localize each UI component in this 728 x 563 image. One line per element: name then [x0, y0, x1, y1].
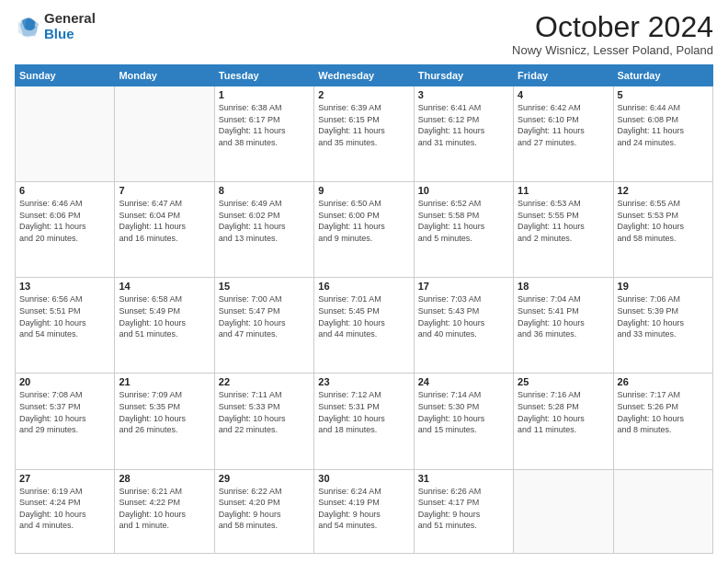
calendar-day-cell: 29Sunrise: 6:22 AM Sunset: 4:20 PM Dayli…	[214, 469, 313, 553]
calendar-week-row: 27Sunrise: 6:19 AM Sunset: 4:24 PM Dayli…	[16, 469, 713, 553]
calendar-day-cell: 12Sunrise: 6:55 AM Sunset: 5:53 PM Dayli…	[613, 182, 712, 278]
calendar-day-cell: 9Sunrise: 6:50 AM Sunset: 6:00 PM Daylig…	[314, 182, 414, 278]
day-number: 25	[518, 376, 609, 387]
day-info: Sunrise: 7:01 AM Sunset: 5:45 PM Dayligh…	[318, 293, 409, 339]
day-info: Sunrise: 6:26 AM Sunset: 4:17 PM Dayligh…	[418, 486, 509, 532]
month-title: October 2024	[512, 11, 713, 43]
logo-icon	[15, 14, 40, 40]
calendar-day-cell: 23Sunrise: 7:12 AM Sunset: 5:31 PM Dayli…	[314, 373, 414, 469]
day-info: Sunrise: 7:09 AM Sunset: 5:35 PM Dayligh…	[119, 389, 210, 435]
day-number: 28	[119, 473, 210, 484]
calendar-day-cell: 4Sunrise: 6:42 AM Sunset: 6:10 PM Daylig…	[514, 86, 613, 182]
calendar-day-cell: 2Sunrise: 6:39 AM Sunset: 6:15 PM Daylig…	[314, 86, 414, 182]
day-info: Sunrise: 7:14 AM Sunset: 5:30 PM Dayligh…	[418, 389, 509, 435]
day-info: Sunrise: 6:42 AM Sunset: 6:10 PM Dayligh…	[518, 102, 609, 148]
calendar-day-cell: 11Sunrise: 6:53 AM Sunset: 5:55 PM Dayli…	[514, 182, 613, 278]
calendar-header-row: SundayMondayTuesdayWednesdayThursdayFrid…	[16, 65, 713, 86]
day-number: 30	[318, 473, 409, 484]
day-number: 4	[518, 89, 609, 100]
calendar-day-cell: 18Sunrise: 7:04 AM Sunset: 5:41 PM Dayli…	[514, 278, 613, 373]
day-number: 20	[19, 376, 110, 387]
calendar-day-cell: 13Sunrise: 6:56 AM Sunset: 5:51 PM Dayli…	[16, 278, 115, 373]
calendar-day-cell	[613, 469, 712, 553]
logo-text: General Blue	[44, 11, 96, 41]
day-info: Sunrise: 6:56 AM Sunset: 5:51 PM Dayligh…	[19, 293, 110, 339]
calendar-day-cell: 5Sunrise: 6:44 AM Sunset: 6:08 PM Daylig…	[613, 86, 712, 182]
day-number: 22	[219, 376, 310, 387]
day-number: 5	[618, 89, 709, 100]
day-of-week-header: Thursday	[414, 65, 513, 86]
calendar-day-cell: 10Sunrise: 6:52 AM Sunset: 5:58 PM Dayli…	[414, 182, 513, 278]
day-info: Sunrise: 6:38 AM Sunset: 6:17 PM Dayligh…	[219, 102, 310, 148]
day-of-week-header: Saturday	[613, 65, 712, 86]
day-number: 11	[518, 185, 609, 196]
day-number: 12	[618, 185, 709, 196]
day-info: Sunrise: 7:16 AM Sunset: 5:28 PM Dayligh…	[518, 389, 609, 435]
calendar-day-cell: 7Sunrise: 6:47 AM Sunset: 6:04 PM Daylig…	[115, 182, 214, 278]
calendar-day-cell: 3Sunrise: 6:41 AM Sunset: 6:12 PM Daylig…	[414, 86, 513, 182]
calendar-day-cell: 14Sunrise: 6:58 AM Sunset: 5:49 PM Dayli…	[115, 278, 214, 373]
day-number: 21	[119, 376, 210, 387]
calendar-day-cell: 16Sunrise: 7:01 AM Sunset: 5:45 PM Dayli…	[314, 278, 414, 373]
calendar-day-cell: 31Sunrise: 6:26 AM Sunset: 4:17 PM Dayli…	[414, 469, 513, 553]
calendar-week-row: 13Sunrise: 6:56 AM Sunset: 5:51 PM Dayli…	[16, 278, 713, 373]
calendar-week-row: 6Sunrise: 6:46 AM Sunset: 6:06 PM Daylig…	[16, 182, 713, 278]
calendar-week-row: 1Sunrise: 6:38 AM Sunset: 6:17 PM Daylig…	[16, 86, 713, 182]
day-info: Sunrise: 6:21 AM Sunset: 4:22 PM Dayligh…	[119, 486, 210, 532]
day-number: 6	[19, 185, 110, 196]
day-info: Sunrise: 7:11 AM Sunset: 5:33 PM Dayligh…	[219, 389, 310, 435]
day-number: 18	[518, 281, 609, 292]
title-block: October 2024 Nowy Wisnicz, Lesser Poland…	[512, 11, 713, 57]
day-info: Sunrise: 7:17 AM Sunset: 5:26 PM Dayligh…	[618, 389, 709, 435]
day-number: 24	[418, 376, 509, 387]
calendar-day-cell: 26Sunrise: 7:17 AM Sunset: 5:26 PM Dayli…	[613, 373, 712, 469]
header: General Blue October 2024 Nowy Wisnicz, …	[15, 11, 713, 57]
calendar-day-cell: 19Sunrise: 7:06 AM Sunset: 5:39 PM Dayli…	[613, 278, 712, 373]
day-info: Sunrise: 6:55 AM Sunset: 5:53 PM Dayligh…	[618, 198, 709, 244]
day-info: Sunrise: 6:22 AM Sunset: 4:20 PM Dayligh…	[219, 486, 310, 532]
day-number: 13	[19, 281, 110, 292]
day-info: Sunrise: 6:39 AM Sunset: 6:15 PM Dayligh…	[318, 102, 409, 148]
calendar-day-cell: 27Sunrise: 6:19 AM Sunset: 4:24 PM Dayli…	[16, 469, 115, 553]
day-info: Sunrise: 7:08 AM Sunset: 5:37 PM Dayligh…	[19, 389, 110, 435]
day-info: Sunrise: 6:24 AM Sunset: 4:19 PM Dayligh…	[318, 486, 409, 532]
day-number: 3	[418, 89, 509, 100]
day-info: Sunrise: 6:46 AM Sunset: 6:06 PM Dayligh…	[19, 198, 110, 244]
day-number: 9	[318, 185, 409, 196]
day-number: 15	[219, 281, 310, 292]
day-of-week-header: Sunday	[16, 65, 115, 86]
day-info: Sunrise: 6:53 AM Sunset: 5:55 PM Dayligh…	[518, 198, 609, 244]
day-info: Sunrise: 6:49 AM Sunset: 6:02 PM Dayligh…	[219, 198, 310, 244]
day-number: 31	[418, 473, 509, 484]
calendar-day-cell: 28Sunrise: 6:21 AM Sunset: 4:22 PM Dayli…	[115, 469, 214, 553]
day-number: 2	[318, 89, 409, 100]
day-of-week-header: Friday	[514, 65, 613, 86]
day-number: 19	[618, 281, 709, 292]
calendar-week-row: 20Sunrise: 7:08 AM Sunset: 5:37 PM Dayli…	[16, 373, 713, 469]
calendar-day-cell: 17Sunrise: 7:03 AM Sunset: 5:43 PM Dayli…	[414, 278, 513, 373]
day-number: 23	[318, 376, 409, 387]
calendar-day-cell: 30Sunrise: 6:24 AM Sunset: 4:19 PM Dayli…	[314, 469, 414, 553]
day-info: Sunrise: 7:00 AM Sunset: 5:47 PM Dayligh…	[219, 293, 310, 339]
logo: General Blue	[15, 11, 96, 41]
calendar-day-cell	[115, 86, 214, 182]
day-number: 17	[418, 281, 509, 292]
calendar-table: SundayMondayTuesdayWednesdayThursdayFrid…	[15, 64, 713, 554]
page: General Blue October 2024 Nowy Wisnicz, …	[0, 0, 728, 563]
location: Nowy Wisnicz, Lesser Poland, Poland	[512, 43, 713, 57]
day-number: 10	[418, 185, 509, 196]
day-number: 16	[318, 281, 409, 292]
day-number: 7	[119, 185, 210, 196]
day-of-week-header: Tuesday	[214, 65, 313, 86]
calendar-day-cell: 22Sunrise: 7:11 AM Sunset: 5:33 PM Dayli…	[214, 373, 313, 469]
day-number: 1	[219, 89, 310, 100]
calendar-day-cell: 1Sunrise: 6:38 AM Sunset: 6:17 PM Daylig…	[214, 86, 313, 182]
calendar-day-cell	[514, 469, 613, 553]
day-info: Sunrise: 7:12 AM Sunset: 5:31 PM Dayligh…	[318, 389, 409, 435]
calendar-day-cell: 6Sunrise: 6:46 AM Sunset: 6:06 PM Daylig…	[16, 182, 115, 278]
day-info: Sunrise: 6:52 AM Sunset: 5:58 PM Dayligh…	[418, 198, 509, 244]
day-info: Sunrise: 7:03 AM Sunset: 5:43 PM Dayligh…	[418, 293, 509, 339]
day-of-week-header: Wednesday	[314, 65, 414, 86]
day-info: Sunrise: 6:19 AM Sunset: 4:24 PM Dayligh…	[19, 486, 110, 532]
calendar-day-cell: 25Sunrise: 7:16 AM Sunset: 5:28 PM Dayli…	[514, 373, 613, 469]
